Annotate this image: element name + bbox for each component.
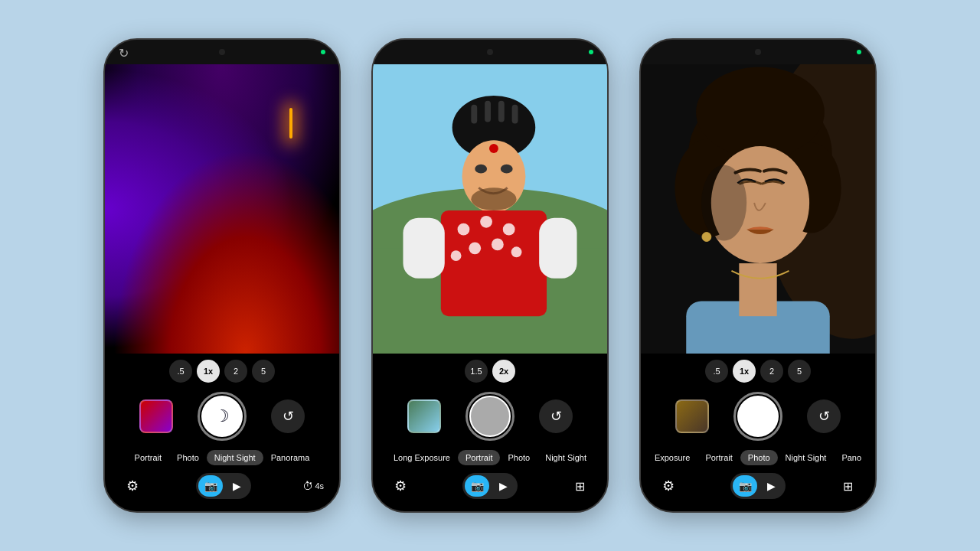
woman-svg bbox=[641, 64, 875, 354]
svg-point-19 bbox=[489, 144, 498, 153]
settings-btn-3[interactable]: ⚙ bbox=[656, 474, 681, 498]
settings-btn-1[interactable]: ⚙ bbox=[120, 474, 145, 498]
shutter-inner-1: ☽ bbox=[201, 396, 243, 437]
adjust-icon-3: ⊞ bbox=[843, 479, 853, 494]
gallery-thumbnail-3[interactable] bbox=[675, 399, 709, 433]
status-indicator-3 bbox=[857, 50, 861, 54]
mode-photo-1[interactable]: Photo bbox=[169, 450, 207, 465]
moon-icon: ☽ bbox=[214, 406, 230, 426]
video-icon-toggle-1: ▶ bbox=[233, 480, 241, 492]
svg-rect-16 bbox=[485, 101, 491, 122]
mode-photo-2[interactable]: Photo bbox=[500, 450, 537, 465]
photo-area-2 bbox=[373, 64, 607, 354]
svg-rect-15 bbox=[471, 105, 477, 124]
gallery-thumbnail-2[interactable] bbox=[407, 399, 441, 433]
mode-nightsight-2[interactable]: Night Sight bbox=[537, 450, 594, 465]
settings-gear-icon-1: ⚙ bbox=[126, 478, 139, 494]
svg-point-6 bbox=[458, 223, 470, 236]
adjust-btn-3[interactable]: ⊞ bbox=[835, 474, 860, 498]
svg-point-22 bbox=[501, 165, 513, 174]
camera-video-toggle-2: 📷 ▶ bbox=[462, 473, 518, 499]
shutter-row-2: ↺ bbox=[373, 392, 607, 441]
shutter-button-1[interactable]: ☽ bbox=[198, 392, 247, 441]
video-mode-btn-3[interactable]: ▶ bbox=[759, 475, 783, 497]
phone-3-wrapper: .5 1x 2 5 ↺ Exposure Portrait Photo Nigh… bbox=[639, 38, 877, 513]
shutter-button-3[interactable] bbox=[733, 392, 782, 441]
camera-icon-toggle-2: 📷 bbox=[471, 480, 484, 492]
photo-mode-btn-2[interactable]: 📷 bbox=[465, 475, 489, 497]
svg-rect-5 bbox=[441, 210, 547, 316]
video-mode-btn-2[interactable]: ▶ bbox=[491, 475, 515, 497]
timer-icon-1: ⏱ bbox=[302, 480, 313, 492]
status-indicator-2 bbox=[589, 50, 593, 54]
status-indicator bbox=[321, 50, 325, 54]
zoom-1x-btn-3[interactable]: 1x bbox=[733, 360, 756, 383]
mode-nightsight-3[interactable]: Night Sight bbox=[778, 450, 835, 465]
mode-portrait-2[interactable]: Portrait bbox=[458, 450, 500, 465]
adjust-btn-2[interactable]: ⊞ bbox=[567, 474, 592, 498]
photo-mode-btn-1[interactable]: 📷 bbox=[198, 475, 223, 497]
mode-pano-3[interactable]: Pano bbox=[834, 450, 869, 465]
camera-icon-toggle-3: 📷 bbox=[739, 480, 752, 492]
camera-video-toggle-1: 📷 ▶ bbox=[196, 473, 251, 499]
front-camera-2 bbox=[487, 49, 493, 55]
zoom-2-btn-3[interactable]: 2 bbox=[760, 360, 783, 383]
mode-row-2: Long Exposure Portrait Photo Night Sight bbox=[373, 450, 607, 465]
adjust-icon-2: ⊞ bbox=[575, 479, 585, 494]
zoom-5-btn[interactable]: 5 bbox=[252, 360, 275, 383]
zoom-2-btn[interactable]: 2 bbox=[224, 360, 247, 383]
shutter-inner-3 bbox=[737, 396, 779, 437]
svg-point-10 bbox=[492, 238, 504, 250]
front-camera bbox=[219, 49, 225, 55]
svg-point-9 bbox=[469, 242, 481, 254]
mode-portrait-1[interactable]: Portrait bbox=[127, 450, 169, 465]
video-mode-btn-1[interactable]: ▶ bbox=[224, 475, 249, 497]
mode-row-1: Portrait Photo Night Sight Panorama bbox=[105, 450, 339, 465]
rotate-icon: ↻ bbox=[119, 46, 129, 60]
zoom-5-btn-3[interactable]: 5 bbox=[788, 360, 811, 383]
bottom-controls-1: .5 1x 2 5 ☽ ↺ Portrait Photo Nigh bbox=[105, 354, 339, 511]
mode-exposure-3[interactable]: Exposure bbox=[647, 450, 697, 465]
flip-camera-btn-3[interactable]: ↺ bbox=[807, 399, 841, 433]
settings-gear-icon-2: ⚙ bbox=[394, 478, 407, 494]
zoom-05-btn[interactable]: .5 bbox=[169, 360, 192, 383]
mode-panorama-1[interactable]: Panorama bbox=[263, 450, 318, 465]
phone-2: 1.5 2x ↺ Long Exposure Portrait Photo Ni… bbox=[371, 38, 609, 513]
zoom-05-btn-3[interactable]: .5 bbox=[705, 360, 728, 383]
svg-point-20 bbox=[471, 187, 516, 210]
phone-3: .5 1x 2 5 ↺ Exposure Portrait Photo Nigh… bbox=[639, 38, 877, 513]
phone-1-wrapper: ↻ .5 1x 2 5 ☽ ↺ bbox=[103, 38, 341, 513]
svg-point-34 bbox=[701, 165, 746, 241]
zoom-controls-1: .5 1x 2 5 bbox=[105, 360, 339, 383]
photo-mode-btn-3[interactable]: 📷 bbox=[733, 475, 757, 497]
svg-point-33 bbox=[702, 233, 711, 242]
mode-photo-3[interactable]: Photo bbox=[740, 450, 778, 465]
zoom-2x-btn[interactable]: 2x bbox=[492, 360, 515, 383]
bottom-bar-3: ⚙ 📷 ▶ ⊞ bbox=[641, 473, 875, 499]
shutter-button-2[interactable] bbox=[466, 392, 514, 441]
settings-btn-2[interactable]: ⚙ bbox=[388, 474, 413, 498]
zoom-15-btn[interactable]: 1.5 bbox=[465, 360, 488, 383]
video-icon-toggle-3: ▶ bbox=[767, 480, 776, 492]
bottom-controls-2: 1.5 2x ↺ Long Exposure Portrait Photo Ni… bbox=[373, 354, 607, 511]
mode-row-3: Exposure Portrait Photo Night Sight Pano bbox=[641, 450, 875, 465]
phone-1: ↻ .5 1x 2 5 ☽ ↺ bbox=[103, 38, 341, 513]
flip-camera-icon-3: ↺ bbox=[818, 408, 830, 425]
mode-portrait-3[interactable]: Portrait bbox=[697, 450, 740, 465]
phone-3-top-bar bbox=[641, 40, 875, 64]
svg-point-31 bbox=[696, 67, 825, 157]
flip-camera-icon-1: ↺ bbox=[283, 408, 294, 425]
timer-label-1: 4s bbox=[315, 481, 324, 491]
flip-camera-btn-2[interactable]: ↺ bbox=[539, 399, 573, 433]
svg-rect-26 bbox=[739, 263, 776, 316]
video-icon-toggle-2: ▶ bbox=[499, 480, 508, 492]
flip-camera-btn-1[interactable]: ↺ bbox=[271, 399, 305, 433]
timer-btn-1[interactable]: ⏱ 4s bbox=[302, 480, 324, 492]
zoom-1x-btn[interactable]: 1x bbox=[197, 360, 220, 383]
mode-longexposure-2[interactable]: Long Exposure bbox=[386, 450, 458, 465]
settings-gear-icon-3: ⚙ bbox=[662, 478, 675, 494]
gallery-thumbnail-1[interactable] bbox=[139, 399, 173, 433]
mode-nightsight-1[interactable]: Night Sight bbox=[207, 450, 263, 465]
front-camera-3 bbox=[755, 49, 761, 55]
bottom-bar-2: ⚙ 📷 ▶ ⊞ bbox=[373, 473, 607, 499]
